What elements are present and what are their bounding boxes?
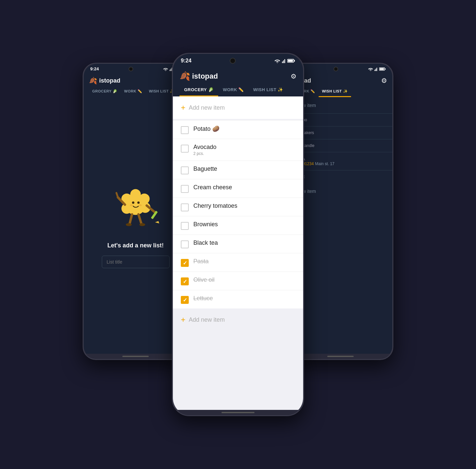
svg-rect-33 xyxy=(376,69,376,71)
svg-point-25 xyxy=(139,223,145,226)
right-item-mat[interactable]: ja mat xyxy=(289,170,392,183)
item-avocado-sub: 2 pcs. xyxy=(193,151,295,156)
svg-point-14 xyxy=(137,201,139,203)
item-potato[interactable]: Potato 🥔 xyxy=(173,120,303,139)
top-add-item-text: Add new item xyxy=(189,104,225,111)
checkbox-cherry-tomatoes[interactable] xyxy=(181,203,189,211)
center-logo-leaf: 🍂 xyxy=(179,71,190,81)
item-pasta-name: Pasta xyxy=(193,258,209,265)
svg-marker-21 xyxy=(155,220,160,224)
right-item-spa[interactable]: i SPA 999991234 Main st. 17 xyxy=(289,152,392,170)
top-plus-icon: + xyxy=(181,103,185,112)
right-screen: 9:24 🍂 ad ⚙ WORK ✏️ WISH LIST ✨ xyxy=(289,64,392,359)
right-item-tattoo[interactable]: e tattoo xyxy=(289,113,392,126)
svg-rect-1 xyxy=(171,69,171,71)
item-baguette-content: Baguette xyxy=(193,165,295,172)
checkbox-black-tea[interactable] xyxy=(181,240,189,248)
item-brownies[interactable]: Brownies xyxy=(173,216,303,234)
item-brownies-content: Brownies xyxy=(193,221,295,228)
item-black-tea[interactable]: Black tea xyxy=(173,234,303,253)
right-camera xyxy=(334,67,338,71)
item-pasta[interactable]: Pasta xyxy=(173,253,303,271)
center-status-time: 9:24 xyxy=(181,58,191,64)
svg-line-23 xyxy=(139,214,141,224)
svg-rect-32 xyxy=(375,70,375,71)
left-status-time: 9:24 xyxy=(90,66,99,71)
svg-point-16 xyxy=(139,204,142,206)
checkbox-baguette[interactable] xyxy=(181,166,189,174)
center-camera xyxy=(230,58,236,64)
center-gear-icon[interactable]: ⚙ xyxy=(291,72,297,80)
item-potato-content: Potato 🥔 xyxy=(193,125,295,132)
checkbox-pasta[interactable] xyxy=(181,259,189,267)
right-status-bar: 9:24 xyxy=(289,64,392,74)
left-logo-text: istopad xyxy=(99,77,120,84)
checkbox-cream-cheese[interactable] xyxy=(181,185,189,193)
checkbox-lettuce[interactable] xyxy=(181,296,189,304)
item-avocado[interactable]: Avocado 2 pcs. xyxy=(173,139,303,161)
center-content: + Add new item Potato 🥔 Avocado 2 pcs. xyxy=(173,96,303,410)
right-item-candle[interactable]: nted candle xyxy=(289,139,392,152)
right-home-indicator xyxy=(327,356,354,357)
svg-rect-0 xyxy=(170,70,170,71)
bottom-add-item-text: Add new item xyxy=(189,316,225,323)
center-logo: 🍂 istopad xyxy=(179,71,218,81)
center-tab-grocery[interactable]: GROCERY 🥬 xyxy=(179,84,218,96)
item-black-tea-content: Black tea xyxy=(193,239,295,246)
svg-rect-36 xyxy=(385,68,386,70)
center-signal-icon xyxy=(282,58,286,63)
checkbox-olive-oil[interactable] xyxy=(181,277,189,285)
right-add-item-bottom[interactable]: + ew item xyxy=(289,183,392,199)
item-black-tea-name: Black tea xyxy=(193,239,218,246)
svg-rect-30 xyxy=(294,60,295,62)
left-logo: 🍂 istopad xyxy=(89,77,120,85)
right-app-header: 🍂 ad ⚙ xyxy=(289,74,392,87)
item-potato-name: Potato 🥔 xyxy=(193,126,219,132)
right-wifi-icon xyxy=(368,67,373,71)
item-olive-oil-content: Olive oil xyxy=(193,276,295,283)
center-tab-work[interactable]: WORK ✏️ xyxy=(218,84,249,96)
item-cream-cheese[interactable]: Cream cheese xyxy=(173,179,303,198)
right-add-item-top[interactable]: + ew item xyxy=(289,97,392,113)
left-tab-grocery[interactable]: GROCERY 🥬 xyxy=(89,87,121,97)
item-baguette-name: Baguette xyxy=(193,165,217,172)
right-status-icons xyxy=(368,67,386,71)
item-baguette[interactable]: Baguette xyxy=(173,161,303,179)
svg-point-24 xyxy=(126,223,132,226)
item-cherry-tomatoes[interactable]: Cherry tomatoes xyxy=(173,198,303,216)
item-olive-oil[interactable]: Olive oil xyxy=(173,271,303,290)
right-tab-wishlist[interactable]: WISH LIST ✨ xyxy=(319,87,351,97)
center-tab-wishlist[interactable]: WISH LIST ✨ xyxy=(249,84,288,96)
svg-rect-26 xyxy=(282,61,283,63)
left-camera xyxy=(129,67,133,71)
checkbox-potato[interactable] xyxy=(181,126,189,134)
item-olive-oil-name: Olive oil xyxy=(193,276,215,283)
center-screen: 9:24 🍂 istopad ⚙ GROCERY 🥬 WORK xyxy=(173,54,303,415)
item-avocado-content: Avocado 2 pcs. xyxy=(193,144,295,156)
list-title-input[interactable] xyxy=(102,256,170,268)
item-cream-cheese-content: Cream cheese xyxy=(193,184,295,191)
center-add-item-bottom[interactable]: + Add new item xyxy=(173,308,303,331)
right-item-spa-address: Main st. 17 xyxy=(315,162,335,166)
center-add-item-top[interactable]: + Add new item xyxy=(173,96,303,119)
svg-rect-34 xyxy=(377,68,377,71)
checkbox-brownies[interactable] xyxy=(181,222,189,230)
phones-container: 9:24 🍂 istopad GROCERY 🥬 WORK ✏️ xyxy=(89,36,387,433)
item-cream-cheese-name: Cream cheese xyxy=(193,184,232,191)
svg-rect-31 xyxy=(288,60,293,62)
item-lettuce[interactable]: Lettuce xyxy=(173,290,303,308)
center-home-indicator xyxy=(221,412,255,413)
item-cherry-tomatoes-name: Cherry tomatoes xyxy=(193,202,237,209)
svg-point-12 xyxy=(127,196,144,212)
svg-line-18 xyxy=(116,193,118,197)
right-content: + ew item e tattoo w sneakers nted candl… xyxy=(289,97,392,354)
center-logo-text: istopad xyxy=(192,72,218,81)
left-tab-work[interactable]: WORK ✏️ xyxy=(121,87,146,97)
right-item-sneakers[interactable]: w sneakers xyxy=(289,126,392,139)
center-app-header: 🍂 istopad ⚙ xyxy=(173,68,303,84)
left-home-indicator xyxy=(122,356,149,357)
svg-rect-37 xyxy=(380,68,384,70)
right-gear-icon[interactable]: ⚙ xyxy=(381,77,387,85)
checkbox-avocado[interactable] xyxy=(181,145,189,153)
svg-point-15 xyxy=(130,204,133,206)
